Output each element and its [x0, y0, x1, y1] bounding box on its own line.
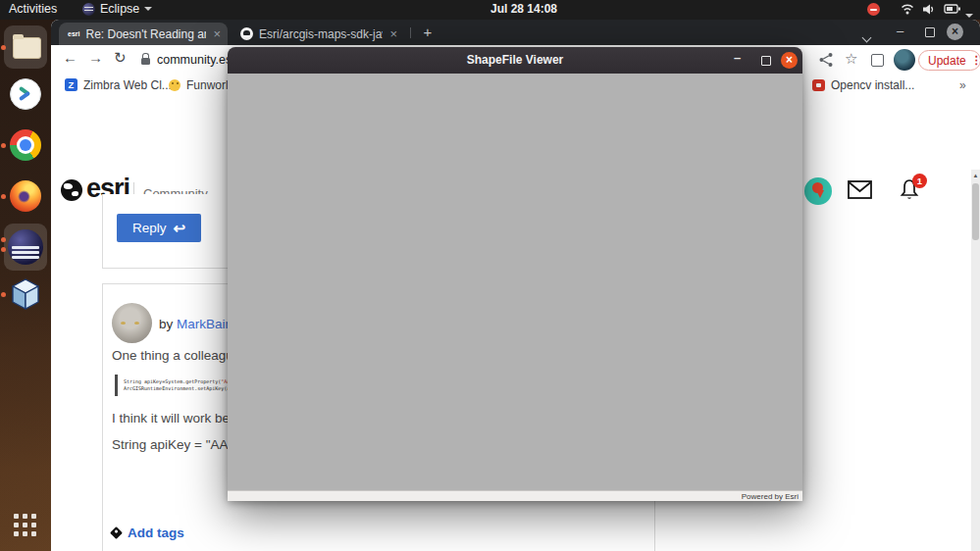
esri-favicon: esri: [68, 30, 79, 37]
chrome-icon[interactable]: [10, 129, 41, 161]
bookmark-funworld[interactable]: Funworl: [186, 78, 229, 92]
bookmarks-overflow-icon[interactable]: »: [959, 78, 966, 92]
author-avatar[interactable]: [112, 303, 152, 343]
browser-menu-icon[interactable]: ⋮: [971, 54, 980, 67]
desktop: esri Re: Doesn't Reading and c × Esri/ar…: [0, 0, 980, 551]
wifi-icon: [901, 3, 914, 15]
bookmark-star-icon[interactable]: ☆: [845, 50, 857, 68]
reply-button[interactable]: Reply ↩: [117, 214, 201, 242]
window-title: ShapeFile Viewer: [228, 53, 802, 67]
code-snippet: String apiKey=System.getProperty("AAPK2 …: [115, 375, 237, 396]
files-icon[interactable]: [13, 37, 41, 59]
new-tab-button[interactable]: +: [418, 23, 438, 42]
running-indicator: [1, 143, 6, 148]
powered-by-esri-label: Powered by Esri: [742, 492, 799, 501]
browser-maximize-button[interactable]: [925, 27, 935, 37]
tab-github[interactable]: Esri/arcgis-maps-sdk-java ×: [232, 23, 404, 45]
post-paragraph: String apiKey = "AAPK: [112, 437, 246, 452]
back-button[interactable]: ←: [63, 49, 77, 66]
zimbra-favicon: Z: [65, 78, 77, 91]
code-text: ArcGISRuntimeEnvironment.setApiKey(: [124, 385, 227, 391]
running-indicator: [1, 292, 6, 297]
dock: [0, 20, 51, 551]
tab-search-icon[interactable]: [863, 27, 870, 45]
share-icon[interactable]: [818, 52, 834, 68]
side-panel-icon[interactable]: [871, 54, 884, 67]
github-favicon: [240, 27, 253, 40]
app-menu-caret-icon: [144, 7, 152, 11]
user-avatar-pin[interactable]: [804, 177, 832, 205]
tab-title: Re: Doesn't Reading and c: [85, 27, 206, 41]
shapefile-close-button[interactable]: ×: [781, 52, 798, 69]
messages-icon[interactable]: [848, 180, 872, 199]
tab-strip: esri Re: Doesn't Reading and c × Esri/ar…: [51, 20, 980, 45]
tab-esri-community[interactable]: esri Re: Doesn't Reading and c ×: [59, 23, 228, 45]
update-label: Update: [928, 54, 966, 68]
tag-icon: [110, 526, 123, 539]
forward-button[interactable]: →: [88, 49, 103, 66]
battery-icon: [944, 3, 961, 15]
update-button[interactable]: Update ⋮: [918, 50, 980, 71]
attribution-bar: Powered by Esri: [228, 490, 802, 501]
running-indicator: [1, 45, 6, 50]
volume-icon: [922, 3, 936, 16]
app-menu[interactable]: Eclipse: [82, 2, 152, 16]
post-byline: by MarkBaird: [159, 317, 237, 331]
tab-title: Esri/arcgis-maps-sdk-java: [259, 27, 383, 41]
clock[interactable]: Jul 28 14:08: [490, 2, 557, 16]
browser-minimize-button[interactable]: –: [897, 24, 903, 38]
cube-app-icon[interactable]: [11, 278, 40, 311]
code-text: String apiKey=System.getProperty(: [124, 378, 221, 384]
smiley-favicon: [169, 79, 181, 91]
app-menu-label: Eclipse: [100, 2, 139, 16]
tab-divider: [410, 27, 411, 38]
profile-avatar[interactable]: [894, 49, 915, 71]
tab-close-icon[interactable]: ×: [206, 26, 228, 41]
running-indicator: [1, 194, 6, 199]
reply-label: Reply: [132, 221, 167, 235]
bookmark-opencv[interactable]: Opencv install...: [831, 78, 914, 92]
byline-prefix: by: [159, 317, 177, 331]
post-paragraph: I think it will work bette: [112, 411, 244, 426]
esri-globe-logo[interactable]: [61, 179, 82, 201]
remote-desktop-icon[interactable]: [10, 78, 41, 110]
notification-badge: 1: [912, 174, 927, 188]
scrollbar-thumb[interactable]: [972, 183, 979, 240]
add-tags-button[interactable]: Add tags: [112, 526, 184, 540]
shapefile-titlebar[interactable]: ShapeFile Viewer – ×: [228, 47, 802, 74]
shapefile-maximize-button[interactable]: [761, 56, 771, 66]
shapefile-minimize-button[interactable]: –: [734, 50, 741, 65]
reply-arrow-icon: ↩: [173, 220, 185, 237]
running-indicator: [1, 237, 6, 242]
browser-close-button[interactable]: ×: [947, 24, 963, 40]
bookmark-zimbra[interactable]: Zimbra Web Cl...: [83, 78, 172, 92]
page-scrollbar[interactable]: ▲ ▼: [971, 170, 980, 551]
reload-button[interactable]: ↻: [114, 49, 127, 67]
eclipse-menu-icon: [82, 3, 95, 16]
activities-button[interactable]: Activities: [9, 2, 57, 16]
add-tags-label: Add tags: [128, 526, 184, 540]
system-menu-caret-icon[interactable]: [965, 7, 973, 21]
eclipse-icon[interactable]: [8, 229, 43, 265]
lock-icon: [141, 58, 150, 65]
do-not-disturb-icon: [867, 3, 880, 16]
running-indicator: [1, 247, 6, 252]
post-paragraph: One thing a colleague: [112, 348, 240, 363]
shapefile-viewer-window: ShapeFile Viewer – × Powered by Esri: [228, 47, 802, 501]
opencv-favicon: [812, 79, 825, 91]
show-applications-icon[interactable]: [14, 514, 37, 536]
gnome-top-bar: Activities Eclipse Jul 28 14:08: [0, 0, 980, 20]
tab-close-icon[interactable]: ×: [383, 26, 404, 41]
firefox-icon[interactable]: [10, 180, 41, 212]
scroll-up-icon[interactable]: ▲: [971, 173, 980, 178]
map-canvas[interactable]: [228, 74, 802, 490]
